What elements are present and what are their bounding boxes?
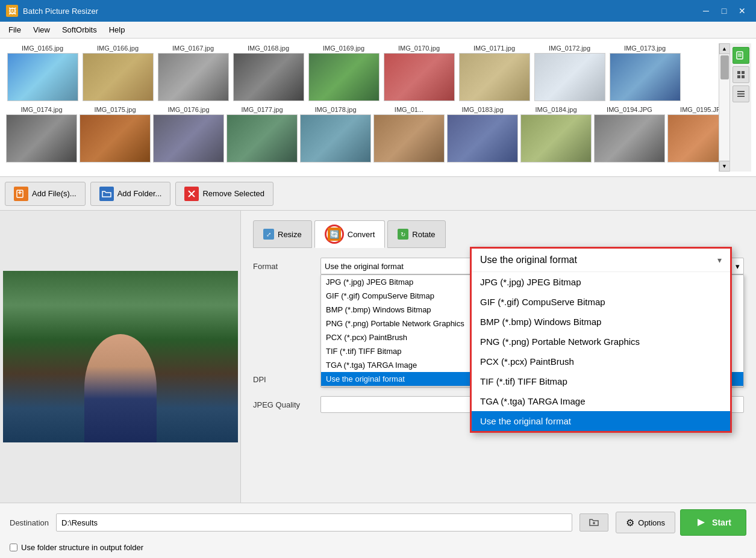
title-bar: 🖼 Batch Picture Resizer ─ □ ✕ <box>0 0 756 22</box>
gear-icon: ⚙ <box>626 517 634 529</box>
large-dropdown-selected: Use the original format <box>480 255 577 265</box>
large-option-tif[interactable]: TIF (*.tif) TIFF Bitmap <box>472 371 730 391</box>
destination-input[interactable] <box>56 513 572 532</box>
add-folder-button[interactable]: Add Folder... <box>90 182 171 206</box>
svg-marker-17 <box>698 519 705 526</box>
thumbnail-strip: IMG_0165.jpg IMG_0166.jpg IMG_0167.jpg I… <box>0 39 756 177</box>
tab-resize[interactable]: ⤢ Resize <box>253 220 312 248</box>
scroll-up-arrow[interactable]: ▲ <box>719 43 730 54</box>
list-item[interactable]: IMG_0170.jpg <box>381 43 457 102</box>
list-item[interactable]: IMG_0184.jpg <box>519 105 593 164</box>
strip-right-sidebar <box>729 43 751 172</box>
large-option-gif[interactable]: GIF (*.gif) CompuServe Bitmap <box>472 292 730 312</box>
title-bar-left: 🖼 Batch Picture Resizer <box>6 5 98 17</box>
menu-help[interactable]: Help <box>103 23 131 37</box>
tab-convert[interactable]: 🔄 Convert <box>314 220 386 248</box>
options-button[interactable]: ⚙ Options <box>616 512 675 533</box>
list-item[interactable]: IMG_0169.jpg <box>306 43 381 102</box>
content-area: ⤢ Resize 🔄 Convert ↻ Rotate Fo <box>0 211 756 503</box>
svg-rect-8 <box>737 93 745 95</box>
remove-selected-label: Remove Selected <box>202 189 264 198</box>
list-item[interactable]: IMG_0168.jpg <box>231 43 306 102</box>
close-button[interactable]: ✕ <box>734 3 750 19</box>
add-files-icon-btn[interactable] <box>733 47 749 64</box>
large-option-original[interactable]: Use the original format <box>472 411 730 431</box>
list-item[interactable]: IMG_0173.jpg <box>607 43 683 102</box>
menu-softorbits[interactable]: SoftOrbits <box>56 23 103 37</box>
large-option-bmp[interactable]: BMP (*.bmp) Windows Bitmap <box>472 312 730 332</box>
preview-panel <box>0 211 241 503</box>
app-title: Batch Picture Resizer <box>23 7 98 16</box>
list-item[interactable]: IMG_0171.jpg <box>457 43 532 102</box>
menu-file[interactable]: File <box>2 23 27 37</box>
tab-rotate-label: Rotate <box>412 230 435 239</box>
list-view-btn[interactable] <box>733 85 749 102</box>
thumbnail-scrollbar[interactable]: ▲ ▼ <box>719 43 729 172</box>
folder-structure-checkbox[interactable] <box>10 544 17 551</box>
menu-view[interactable]: View <box>27 23 56 37</box>
remove-selected-button[interactable]: Remove Selected <box>175 182 273 206</box>
start-button[interactable]: Start <box>680 509 746 536</box>
list-item[interactable]: IMG_0176.jpg <box>152 105 225 164</box>
start-label: Start <box>712 518 731 527</box>
bottom-actions: ⚙ Options Start <box>616 509 746 536</box>
list-item[interactable]: IMG_0177.jpg <box>225 105 299 164</box>
grid-view-btn[interactable] <box>733 66 749 83</box>
large-option-png[interactable]: PNG (*.png) Portable Network Graphics <box>472 332 730 352</box>
main-toolbar: Add File(s)... Add Folder... Remove Sele… <box>0 177 756 211</box>
settings-panel: ⤢ Resize 🔄 Convert ↻ Rotate Fo <box>241 211 756 503</box>
svg-rect-0 <box>737 52 743 59</box>
scroll-down-arrow[interactable]: ▼ <box>719 161 730 172</box>
options-label: Options <box>638 518 665 527</box>
destination-browse-button[interactable] <box>579 513 608 532</box>
convert-icon: 🔄 <box>328 228 341 241</box>
tab-rotate[interactable]: ↻ Rotate <box>387 220 445 248</box>
svg-rect-5 <box>737 75 740 78</box>
list-item[interactable]: IMG_0175.jpg <box>78 105 152 164</box>
list-item[interactable]: IMG_0174.jpg <box>5 105 78 164</box>
resize-icon: ⤢ <box>263 229 274 240</box>
bottom-folder-row: Use folder structure in output folder <box>10 543 746 552</box>
dpi-label: DPI <box>253 375 313 384</box>
format-chevron-icon: ▾ <box>736 262 740 271</box>
rotate-icon: ↻ <box>398 229 408 240</box>
list-item[interactable]: IMG_0165.jpg <box>5 43 80 102</box>
list-item[interactable]: IMG_0172.jpg <box>532 43 607 102</box>
add-folder-icon <box>99 187 114 201</box>
large-dropdown-chevron-icon: ▾ <box>717 255 722 265</box>
title-bar-controls: ─ □ ✕ <box>698 3 750 19</box>
list-item[interactable]: IMG_0183.jpg <box>446 105 519 164</box>
scroll-thumb[interactable] <box>720 55 729 79</box>
list-item[interactable]: IMG_0178.jpg <box>299 105 372 164</box>
list-item[interactable]: IMG_0195.JPG <box>666 105 719 164</box>
large-option-tga[interactable]: TGA (*.tga) TARGA Image <box>472 391 730 411</box>
bottom-bar: Destination ⚙ Options Start <box>0 503 756 558</box>
maximize-button[interactable]: □ <box>716 3 732 19</box>
list-item[interactable]: IMG_01... <box>372 105 446 164</box>
list-item[interactable]: IMG_0167.jpg <box>155 43 231 102</box>
destination-label: Destination <box>10 518 49 527</box>
main-content: IMG_0165.jpg IMG_0166.jpg IMG_0167.jpg I… <box>0 39 756 558</box>
svg-rect-6 <box>742 75 745 78</box>
large-option-jpg[interactable]: JPG (*.jpg) JPEG Bitmap <box>472 272 730 292</box>
add-files-button[interactable]: Add File(s)... <box>5 182 86 206</box>
scroll-track <box>719 54 729 161</box>
large-dropdown-header[interactable]: Use the original format ▾ <box>472 249 730 272</box>
large-option-pcx[interactable]: PCX (*.pcx) PaintBrush <box>472 352 730 371</box>
thumbnail-row-2: IMG_0174.jpg IMG_0175.jpg IMG_0176.jpg I… <box>5 105 719 164</box>
svg-rect-9 <box>737 96 745 97</box>
format-selected-value: Use the original format <box>325 262 404 271</box>
thumbnail-row-1: IMG_0165.jpg IMG_0166.jpg IMG_0167.jpg I… <box>5 43 719 102</box>
minimize-button[interactable]: ─ <box>698 3 714 19</box>
add-files-label: Add File(s)... <box>32 189 77 198</box>
folder-structure-label: Use folder structure in output folder <box>21 543 143 552</box>
add-folder-label: Add Folder... <box>117 189 162 198</box>
large-dropdown-list: JPG (*.jpg) JPEG Bitmap GIF (*.gif) Comp… <box>472 272 730 431</box>
list-item[interactable]: IMG_0194.JPG <box>593 105 666 164</box>
tab-resize-label: Resize <box>278 230 302 239</box>
svg-rect-3 <box>737 71 740 74</box>
tab-convert-label: Convert <box>348 230 375 239</box>
list-item[interactable]: IMG_0166.jpg <box>80 43 155 102</box>
bottom-destination-row: Destination ⚙ Options Start <box>10 509 746 536</box>
preview-image <box>3 271 238 442</box>
